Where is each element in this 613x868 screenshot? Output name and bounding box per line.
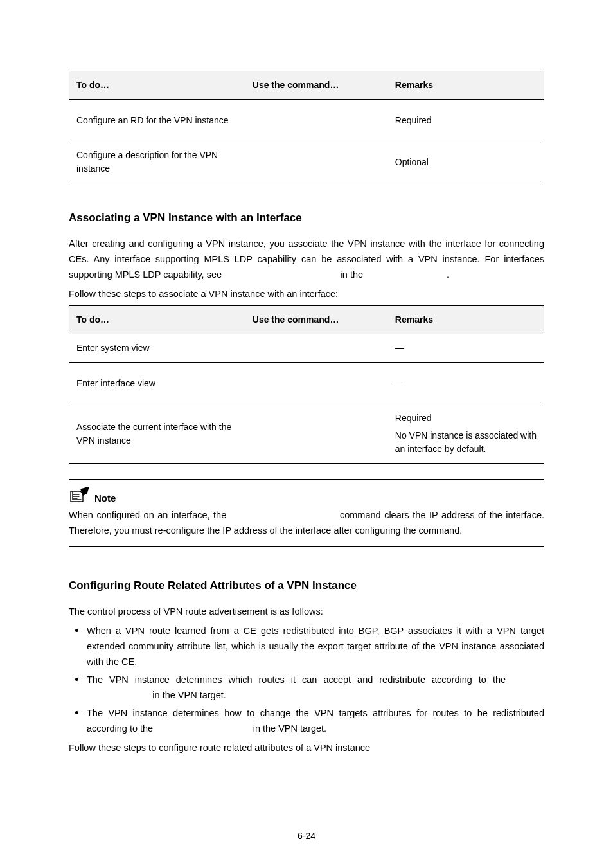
note-block: Note When configured on an interface, th… bbox=[69, 479, 544, 547]
cell-command: system-view bbox=[245, 334, 387, 363]
divider bbox=[69, 479, 544, 480]
cell-remarks: — bbox=[387, 334, 544, 363]
cell-todo: Enter interface view bbox=[69, 363, 245, 404]
table-row: Enter system view system-view — bbox=[69, 334, 544, 363]
list-item: The VPN instance determines how to chang… bbox=[69, 705, 544, 736]
cell-remarks: — bbox=[387, 363, 544, 404]
table-associate-interface: To do… Use the command… Remarks Enter sy… bbox=[69, 305, 544, 464]
heading-associate-vpn: Associating a VPN Instance with an Inter… bbox=[69, 212, 544, 224]
cell-todo: Configure an RD for the VPN instance bbox=[69, 100, 245, 141]
note-body: When configured on an interface, the ip … bbox=[69, 507, 544, 538]
table-row: Enter interface view interface interface… bbox=[69, 363, 544, 404]
table-header-row: To do… Use the command… Remarks bbox=[69, 71, 544, 100]
col-remarks: Remarks bbox=[387, 306, 544, 334]
heading-route-attributes: Configuring Route Related Attributes of … bbox=[69, 579, 544, 592]
note-title: Note bbox=[94, 493, 116, 503]
col-command: Use the command… bbox=[245, 306, 387, 334]
col-command: Use the command… bbox=[245, 71, 387, 100]
list-item: The VPN instance determines which routes… bbox=[69, 672, 544, 703]
note-icon bbox=[69, 487, 91, 503]
table-row: Configure an RD for the VPN instance rou… bbox=[69, 100, 544, 141]
col-todo: To do… bbox=[69, 306, 245, 334]
cell-remarks: Required No VPN instance is associated w… bbox=[387, 404, 544, 464]
paragraph: The control process of VPN route adverti… bbox=[69, 604, 544, 619]
cell-todo: Enter system view bbox=[69, 334, 245, 363]
table-row: Associate the current interface with the… bbox=[69, 404, 544, 464]
page-content: To do… Use the command… Remarks Configur… bbox=[0, 0, 613, 755]
cell-remarks: Required bbox=[387, 100, 544, 141]
note-header: Note bbox=[69, 487, 544, 503]
table-vpn-instance-config: To do… Use the command… Remarks Configur… bbox=[69, 71, 544, 183]
table-header-row: To do… Use the command… Remarks bbox=[69, 306, 544, 334]
cell-remarks: Optional bbox=[387, 141, 544, 183]
cell-todo: Configure a description for the VPN inst… bbox=[69, 141, 245, 183]
col-remarks: Remarks bbox=[387, 71, 544, 100]
cell-command: description description-text bbox=[245, 141, 387, 183]
paragraph: Follow these steps to associate a VPN in… bbox=[69, 286, 544, 302]
list-item: When a VPN route learned from a CE gets … bbox=[69, 623, 544, 669]
bullet-list: When a VPN route learned from a CE gets … bbox=[69, 623, 544, 736]
cell-command: route-distinguisher route-distinguisher bbox=[245, 100, 387, 141]
table-row: Configure a description for the VPN inst… bbox=[69, 141, 544, 183]
cell-todo: Associate the current interface with the… bbox=[69, 404, 245, 464]
paragraph: Follow these steps to configure route re… bbox=[69, 740, 544, 755]
cell-command: interface interface-type interface-numbe… bbox=[245, 363, 387, 404]
paragraph: After creating and configuring a VPN ins… bbox=[69, 236, 544, 282]
divider bbox=[69, 546, 544, 547]
cell-command: ip binding vpn-instance vpn-instance-nam… bbox=[245, 404, 387, 464]
col-todo: To do… bbox=[69, 71, 245, 100]
page-number: 6-24 bbox=[0, 831, 613, 841]
